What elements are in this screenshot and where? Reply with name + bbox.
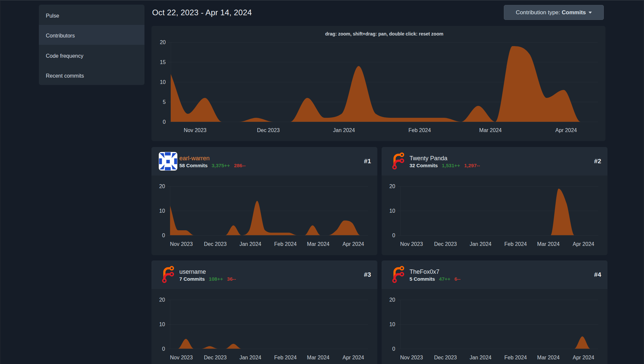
contributor-name-link[interactable]: Twenty Panda [410, 155, 447, 162]
x-tick-label: Feb 2024 [274, 355, 297, 360]
commit-count: 32 Commits [410, 163, 438, 168]
x-tick-label: Apr 2024 [573, 355, 594, 360]
y-tick-label: 20 [389, 297, 395, 303]
y-tick-label: 0 [392, 346, 395, 352]
sidebar-item-recent-commits[interactable]: Recent commits [39, 65, 144, 85]
commit-count: 5 Commits [410, 276, 435, 282]
x-tick-label: Nov 2023 [184, 127, 207, 133]
sidebar-item-label: Pulse [46, 13, 59, 19]
x-tick-label: Dec 2023 [204, 355, 227, 360]
date-range-heading: Oct 22, 2023 - Apr 14, 2024 [152, 8, 252, 17]
area-series [400, 188, 598, 235]
x-tick-label: Nov 2023 [170, 241, 193, 247]
avatar[interactable] [389, 265, 408, 284]
x-tick-label: Feb 2024 [505, 355, 527, 360]
x-tick-label: Jan 2024 [470, 355, 492, 360]
y-tick-label: 20 [159, 183, 165, 189]
x-tick-label: Mar 2024 [537, 241, 560, 247]
sidebar-item-label: Contributors [46, 33, 75, 39]
contributor-stats: 5 Commits 47++ 6-- [410, 276, 594, 282]
x-tick-label: Mar 2024 [307, 355, 329, 360]
contributor-card-header: earl-warren 58 Commits 3,375++ 286-- #1 [151, 147, 377, 176]
contribution-type-dropdown[interactable]: Contribution type: Commits [504, 5, 604, 20]
contributor-chart[interactable]: 01020Nov 2023Dec 2023Jan 2024Feb 2024Mar… [382, 176, 607, 255]
area-series [400, 336, 598, 349]
contributor-chart[interactable]: 01020Nov 2023Dec 2023Jan 2024Feb 2024Mar… [151, 289, 377, 364]
sidebar-item-label: Code frequency [46, 53, 83, 59]
contributor-stats: 58 Commits 3,375++ 286-- [179, 163, 364, 168]
forgejo-logo-icon [389, 152, 408, 171]
activity-sidebar-menu: PulseContributorsCode frequencyRecent co… [39, 5, 144, 85]
y-tick-label: 0 [162, 233, 165, 238]
x-tick-label: Dec 2023 [434, 355, 457, 360]
deletions-count: 36-- [227, 276, 236, 282]
sidebar-item-code-frequency[interactable]: Code frequency [39, 45, 144, 65]
area-series [170, 339, 368, 349]
sidebar-item-contributors[interactable]: Contributors [39, 25, 144, 45]
y-tick-label: 10 [159, 322, 165, 327]
contributor-stats: 7 Commits 108++ 36-- [179, 276, 364, 282]
x-tick-label: Mar 2024 [307, 241, 329, 247]
contributor-rank-badge: #3 [364, 271, 371, 278]
commit-count: 58 Commits [179, 163, 208, 168]
contributor-info: username 7 Commits 108++ 36-- [179, 268, 364, 282]
contributor-card-header: username 7 Commits 108++ 36-- #3 [151, 260, 377, 289]
main-content: Oct 22, 2023 - Apr 14, 2024 Contribution… [151, 0, 605, 364]
x-tick-label: Apr 2024 [342, 355, 364, 360]
contributor-name-link[interactable]: earl-warren [179, 155, 210, 162]
avatar[interactable] [389, 152, 408, 171]
identicon-icon [159, 152, 177, 171]
y-tick-label: 10 [389, 208, 395, 214]
contributor-card-username: username 7 Commits 108++ 36-- #3 01020No… [151, 260, 377, 364]
y-tick-label: 5 [163, 99, 166, 105]
contribution-type-value: Commits [562, 9, 586, 16]
overall-contributions-chart[interactable]: 05101520Nov 2023Dec 2023Jan 2024Feb 2024… [151, 26, 605, 141]
deletions-count: 286-- [234, 163, 245, 168]
y-tick-label: 10 [389, 322, 395, 327]
contributor-chart[interactable]: 01020Nov 2023Dec 2023Jan 2024Feb 2024Mar… [382, 289, 607, 364]
contributor-chart[interactable]: 01020Nov 2023Dec 2023Jan 2024Feb 2024Mar… [151, 176, 377, 255]
y-tick-label: 15 [160, 59, 166, 65]
x-tick-label: Feb 2024 [409, 127, 431, 133]
sidebar-item-label: Recent commits [46, 73, 84, 79]
caret-down-icon [589, 12, 592, 14]
y-tick-label: 10 [159, 208, 165, 214]
window-frame-top [0, 0, 644, 0]
x-tick-label: Jan 2024 [239, 355, 261, 360]
contributor-stats: 32 Commits 1,531++ 1,297-- [410, 163, 594, 168]
additions-count: 47++ [439, 276, 450, 282]
sidebar-item-pulse[interactable]: Pulse [39, 5, 144, 25]
contributor-card-header: TheFox0x7 5 Commits 47++ 6-- #4 [382, 260, 607, 289]
contributor-info: TheFox0x7 5 Commits 47++ 6-- [410, 268, 594, 282]
avatar[interactable] [159, 152, 177, 171]
y-tick-label: 0 [392, 233, 395, 238]
contributor-info: Twenty Panda 32 Commits 1,531++ 1,297-- [410, 155, 594, 168]
x-tick-label: Mar 2024 [537, 355, 560, 360]
y-tick-label: 10 [160, 79, 166, 85]
x-tick-label: Jan 2024 [333, 127, 355, 133]
contributor-name-link[interactable]: username [179, 268, 206, 275]
contributor-card-twenty-panda: Twenty Panda 32 Commits 1,531++ 1,297-- … [382, 147, 607, 255]
x-tick-label: Jan 2024 [239, 241, 261, 247]
topbar: Oct 22, 2023 - Apr 14, 2024 Contribution… [151, 0, 605, 26]
additions-count: 1,531++ [442, 163, 460, 168]
y-tick-label: 0 [163, 119, 166, 125]
additions-count: 108++ [209, 276, 223, 282]
y-tick-label: 20 [160, 39, 166, 45]
x-tick-label: Dec 2023 [257, 127, 280, 133]
contributor-card-earl-warren: earl-warren 58 Commits 3,375++ 286-- #1 … [151, 147, 377, 255]
x-tick-label: Dec 2023 [204, 241, 227, 247]
contribution-type-label: Contribution type: [516, 9, 560, 16]
contributor-name-link[interactable]: TheFox0x7 [410, 268, 439, 275]
x-tick-label: Nov 2023 [400, 355, 423, 360]
deletions-count: 6-- [454, 276, 460, 282]
forgejo-logo-icon [389, 265, 408, 284]
contributor-rank-badge: #1 [364, 158, 371, 165]
chart-title: drag: zoom, shift+drag: pan, double clic… [325, 31, 443, 36]
window-frame-left [0, 0, 0, 364]
x-tick-label: Mar 2024 [479, 127, 502, 133]
x-tick-label: Nov 2023 [400, 241, 423, 247]
x-tick-label: Apr 2024 [555, 127, 577, 133]
y-tick-label: 0 [162, 346, 165, 352]
avatar[interactable] [159, 265, 177, 284]
